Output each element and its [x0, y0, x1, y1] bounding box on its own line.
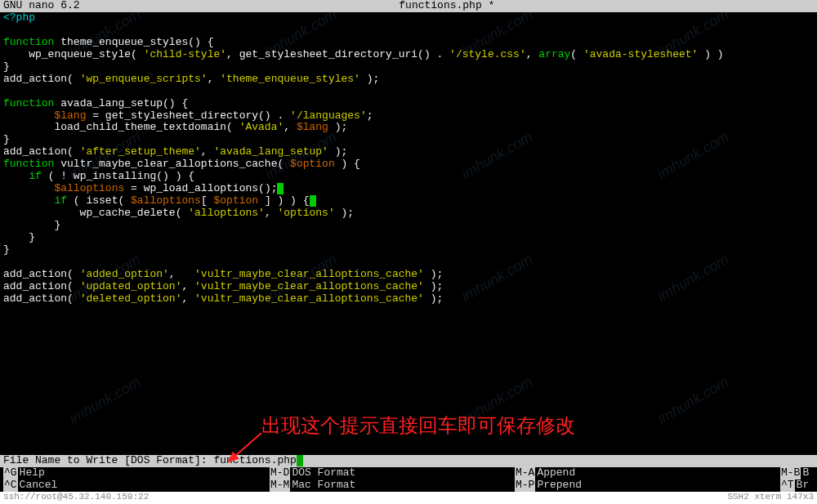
code-line: function vultr_maybe_clear_alloptions_ca… [3, 158, 814, 171]
watermark: imhunk.com [654, 373, 731, 427]
code-line: add_action( 'after_setup_theme', 'avada_… [3, 146, 814, 158]
help-item: M-DDOS Format [270, 467, 515, 479]
help-item: M-BB [780, 467, 817, 479]
annotation-text: 出现这个提示直接回车即可保存修改 [261, 414, 575, 437]
code-line [3, 256, 814, 269]
statusbar: ssh://root@45.32.140.159:22 SSH2 xterm 1… [0, 492, 817, 504]
code-line: $alloptions = wp_load_alloptions(); [3, 183, 814, 195]
help-label: Help [20, 467, 45, 479]
filename: functions.php * [399, 0, 494, 12]
prompt-value: functions.php [213, 454, 296, 466]
code-line: wp_cache_delete( 'alloptions', 'options'… [3, 207, 814, 220]
code-line: if ( ! wp_installing() ) { [3, 171, 814, 183]
code-line: } [3, 232, 814, 244]
help-label: Br [797, 479, 810, 492]
status-right: SSH2 xterm 147x3 [727, 492, 814, 504]
help-key: ^T [780, 479, 795, 492]
code-line: wp_enqueue_style( 'child-style', get_sty… [3, 49, 814, 61]
ssh-address: ssh://root@45.32.140.159:22 [3, 492, 149, 504]
help-bar: ^GHelpM-DDOS FormatM-AAppendM-BB^CCancel… [0, 467, 817, 492]
app-name: GNU nano 6.2 [3, 0, 80, 12]
code-line: add_action( 'updated_option', 'vultr_may… [3, 281, 814, 293]
help-key: M-P [515, 479, 535, 492]
help-label: DOS Format [292, 467, 355, 479]
prompt-cursor [297, 455, 303, 466]
code-line: add_action( 'deleted_option', 'vultr_may… [3, 293, 814, 306]
help-label: Prepend [537, 479, 582, 492]
help-item: M-MMac Format [270, 479, 515, 492]
help-item: ^GHelp [0, 467, 270, 479]
help-item: ^TBr [780, 479, 817, 492]
help-key: M-A [515, 467, 535, 479]
help-item: M-PPrepend [515, 479, 780, 492]
code-line: add_action( 'wp_enqueue_scripts', 'theme… [3, 74, 814, 86]
help-key: ^G [3, 467, 18, 479]
code-line [3, 86, 814, 98]
help-item: ^CCancel [0, 479, 270, 492]
code-line: } [3, 61, 814, 74]
code-line: } [3, 220, 814, 232]
help-label: Append [537, 467, 575, 479]
help-key: M-D [270, 467, 290, 479]
code-line [3, 25, 814, 37]
code-line: $lang = get_stylesheet_directory() . '/l… [3, 110, 814, 123]
help-item: M-AAppend [515, 467, 780, 479]
help-key: M-B [780, 467, 801, 479]
code-line: function avada_lang_setup() { [3, 98, 814, 110]
code-line: <?php [3, 12, 814, 25]
help-label: B [802, 467, 809, 479]
code-line: load_child_theme_textdomain( 'Avada', $l… [3, 122, 814, 134]
filename-prompt[interactable]: File Name to Write [DOS Format]: functio… [0, 455, 817, 467]
code-line: add_action( 'added_option', 'vultr_maybe… [3, 269, 814, 281]
code-line: if ( isset( $alloptions[ $option ] ) ) { [3, 195, 814, 207]
editor-area[interactable]: <?php function theme_enqueue_styles() { … [0, 12, 817, 306]
help-label: Mac Format [292, 479, 355, 492]
prompt-label: File Name to Write [DOS Format]: [3, 454, 213, 466]
code-line: } [3, 134, 814, 146]
help-key: ^C [3, 479, 18, 492]
help-key: M-M [270, 479, 290, 492]
code-line: } [3, 244, 814, 256]
watermark: imhunk.com [66, 373, 143, 427]
titlebar: GNU nano 6.2 functions.php * [0, 0, 817, 12]
code-line: function theme_enqueue_styles() { [3, 37, 814, 49]
help-label: Cancel [20, 479, 58, 492]
